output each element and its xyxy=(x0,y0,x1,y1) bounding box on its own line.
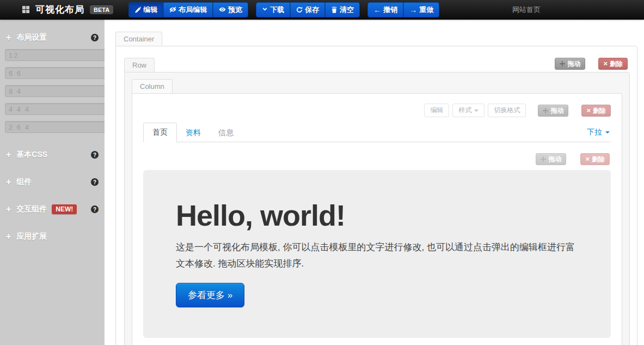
column-region: Column 编辑 样式 切换格式 xyxy=(132,79,622,345)
app-title: 可视化布局 xyxy=(35,3,84,16)
help-icon[interactable]: ? xyxy=(91,151,99,159)
row-actions: 拖动 × 删除 xyxy=(555,58,628,70)
x-icon: × xyxy=(585,156,590,162)
save-button-label: 保存 xyxy=(305,5,319,15)
layout-preset-row: 拖动 xyxy=(5,103,100,115)
refresh-icon xyxy=(296,7,303,13)
row-drag-button[interactable]: 拖动 xyxy=(555,58,585,70)
x-icon: × xyxy=(586,108,591,113)
save-button[interactable]: 保存 xyxy=(290,2,325,17)
arrow-left-icon: ← xyxy=(373,7,381,13)
hero-body-text[interactable]: 这是一个可视化布局模板, 你可以点击模板里的文字进行修改, 也可以通过点击弹出的… xyxy=(176,239,578,272)
tab-profile[interactable]: 资料 xyxy=(177,124,210,142)
plus-icon: + xyxy=(6,233,11,240)
beta-badge: BETA xyxy=(90,5,113,14)
top-navbar: 可视化布局 BETA 编辑 布局编辑 预览 下载 保存 清空 xyxy=(0,0,644,20)
sidebar-section-basic-css[interactable]: + 基本CSS ? xyxy=(6,150,99,160)
layout-cols-input[interactable] xyxy=(5,49,108,61)
container-region-tab: Container xyxy=(115,32,162,46)
tabs-dropdown[interactable]: 下拉 xyxy=(586,123,611,142)
sidebar-section-label: 布局设置 xyxy=(16,33,47,43)
mode-button-group: 编辑 布局编辑 预览 xyxy=(128,2,248,17)
block-actions: 拖动 × 删除 xyxy=(143,153,610,165)
column-delete-button[interactable]: × 删除 xyxy=(581,105,611,117)
site-home-link[interactable]: 网站首页 xyxy=(512,5,541,15)
undo-button[interactable]: ← 撤销 xyxy=(367,2,403,17)
column-drag-button[interactable]: 拖动 xyxy=(538,105,568,117)
sidebar-section-layout-settings[interactable]: + 布局设置 ? xyxy=(6,33,99,43)
x-icon: × xyxy=(603,61,608,66)
container-region-body: Row 拖动 × 删除 xyxy=(115,46,637,345)
preview-button[interactable]: 预览 xyxy=(213,2,248,17)
block-delete-button[interactable]: × 删除 xyxy=(580,153,610,165)
help-icon[interactable]: ? xyxy=(91,178,99,186)
preview-button-label: 预览 xyxy=(228,5,242,15)
column-delete-label: 删除 xyxy=(593,107,606,114)
trash-icon xyxy=(331,7,338,13)
redo-button[interactable]: → 重做 xyxy=(403,2,439,17)
tabs-dropdown-label: 下拉 xyxy=(587,128,602,137)
move-icon xyxy=(543,108,548,113)
sidebar-section-label: 基本CSS xyxy=(16,150,47,160)
layout-canvas: Container Row 拖动 × 删除 xyxy=(105,20,644,345)
sidebar-section-interactive-components[interactable]: + 交互组件 NEW! ? xyxy=(6,204,99,214)
caret-down-icon xyxy=(605,131,610,134)
undo-button-label: 撤销 xyxy=(383,5,397,15)
sidebar-section-label: 应用扩展 xyxy=(16,232,47,241)
tab-home[interactable]: 首页 xyxy=(143,123,177,142)
layout-edit-button[interactable]: 布局编辑 xyxy=(163,2,213,17)
sidebar-section-label: 交互组件 xyxy=(16,204,47,214)
eye-icon xyxy=(219,6,226,13)
block-drag-label: 拖动 xyxy=(548,155,561,163)
file-button-group: 下载 保存 清空 xyxy=(256,2,360,17)
help-icon[interactable]: ? xyxy=(91,34,99,41)
layout-cols-input[interactable] xyxy=(5,67,108,79)
column-toolbar: 编辑 样式 切换格式 拖动 xyxy=(143,104,611,117)
sidebar-section-label: 组件 xyxy=(16,177,32,187)
redo-button-label: 重做 xyxy=(419,5,433,15)
hero-unit: Hello, world! 这是一个可视化布局模板, 你可以点击模板里的文字进行… xyxy=(143,170,611,338)
plus-icon: + xyxy=(6,152,11,158)
see-more-button[interactable]: 参看更多 » xyxy=(176,283,244,307)
download-button[interactable]: 下载 xyxy=(256,2,290,17)
edit-button[interactable]: 编辑 xyxy=(128,2,163,17)
column-toggle-format-button[interactable]: 切换格式 xyxy=(488,104,526,117)
layout-cols-input[interactable] xyxy=(5,85,108,97)
hero-title[interactable]: Hello, world! xyxy=(176,199,578,232)
history-button-group: ← 撤销 → 重做 xyxy=(367,2,439,17)
row-region-tab: Row xyxy=(124,58,155,72)
caret-down-icon xyxy=(474,110,479,112)
sidebar-section-app-extensions[interactable]: + 应用扩展 xyxy=(6,232,99,241)
layout-cols-input[interactable] xyxy=(5,121,108,133)
sidebar: + 布局设置 ? 拖动 拖动 拖动 xyxy=(0,20,105,345)
plus-icon: + xyxy=(6,179,11,185)
grid-icon xyxy=(22,5,30,14)
column-region-tab: Column xyxy=(132,79,173,93)
row-drag-label: 拖动 xyxy=(567,60,580,68)
column-style-label: 样式 xyxy=(458,106,471,115)
download-button-label: 下载 xyxy=(270,5,284,15)
layout-cols-input[interactable] xyxy=(5,103,108,115)
row-delete-button[interactable]: × 删除 xyxy=(598,58,628,70)
eye-off-icon xyxy=(169,6,176,13)
layout-preset-row: 拖动 xyxy=(5,121,100,133)
clear-button-label: 清空 xyxy=(340,5,354,15)
content-tabs: 首页 资料 信息 下拉 xyxy=(143,123,611,142)
layout-edit-button-label: 布局编辑 xyxy=(179,5,207,15)
move-icon xyxy=(560,61,565,66)
clear-button[interactable]: 清空 xyxy=(325,2,360,17)
row-region-body: Column 编辑 样式 切换格式 xyxy=(124,72,630,345)
column-region-head: Column xyxy=(132,79,622,93)
main-area: + 布局设置 ? 拖动 拖动 拖动 xyxy=(0,20,644,345)
block-drag-button[interactable]: 拖动 xyxy=(536,153,566,165)
column-drag-label: 拖动 xyxy=(550,107,563,114)
edit-button-label: 编辑 xyxy=(143,5,157,15)
sidebar-section-components[interactable]: + 组件 ? xyxy=(6,177,99,187)
layout-preset-row: 拖动 xyxy=(5,67,100,79)
tab-info[interactable]: 信息 xyxy=(210,124,242,142)
column-edit-button[interactable]: 编辑 xyxy=(424,104,449,117)
help-icon[interactable]: ? xyxy=(91,205,99,213)
column-style-dropdown[interactable]: 样式 xyxy=(452,104,484,117)
move-icon xyxy=(541,156,546,162)
row-region: Row 拖动 × 删除 xyxy=(124,58,630,345)
